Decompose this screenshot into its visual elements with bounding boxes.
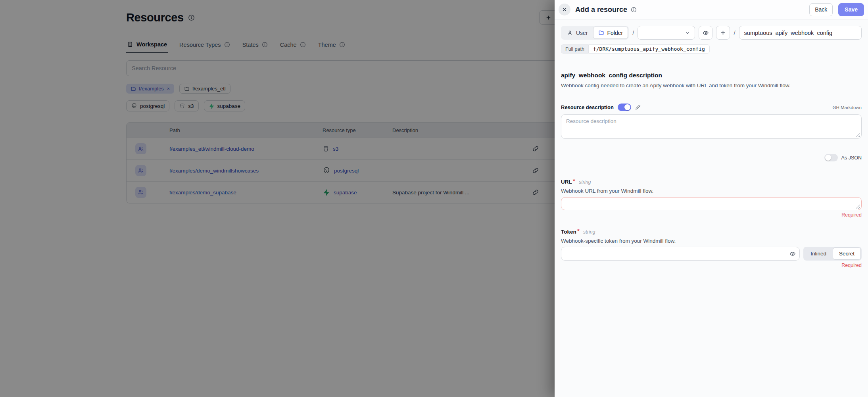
- owner-kind-folder-label: Folder: [607, 30, 623, 36]
- token-input-wrap: [561, 247, 800, 261]
- full-path-display: Full path f/DRK/sumptuous_apify_webhook_…: [561, 44, 710, 54]
- edit-icon[interactable]: [635, 104, 641, 110]
- new-folder-button[interactable]: [716, 26, 730, 40]
- required-asterisk: *: [573, 178, 575, 185]
- owner-kind-user-label: User: [576, 30, 588, 36]
- token-type: string: [583, 229, 595, 235]
- schema-description: Webhook config needed to create an Apify…: [561, 82, 862, 88]
- url-input-wrap: [561, 197, 862, 210]
- token-field-group: Token * string Webhook-specific token fr…: [561, 228, 862, 268]
- person-icon: [567, 30, 573, 36]
- token-input-row: Inlined Secret: [561, 247, 862, 261]
- view-folder-button[interactable]: [699, 26, 712, 40]
- token-mode-toggle: Inlined Secret: [803, 247, 862, 261]
- token-label: Token: [561, 229, 576, 235]
- description-textarea-wrap: [561, 114, 862, 139]
- as-json-row: As JSON: [561, 154, 862, 161]
- description-toggle[interactable]: [618, 104, 631, 111]
- description-textarea[interactable]: [561, 114, 862, 139]
- url-label: URL: [561, 179, 572, 185]
- token-mode-inlined-button[interactable]: Inlined: [804, 247, 833, 260]
- as-json-label: As JSON: [841, 155, 862, 161]
- gh-markdown-hint: GH Markdown: [833, 105, 862, 110]
- drawer-title-text: Add a resource: [575, 6, 627, 14]
- close-icon[interactable]: [559, 4, 570, 15]
- token-input[interactable]: [561, 247, 800, 261]
- schema-heading: apify_webhook_config description: [561, 72, 862, 79]
- folder-select[interactable]: [638, 26, 695, 40]
- folder-icon: [598, 30, 604, 36]
- owner-kind-folder-button[interactable]: Folder: [593, 27, 628, 39]
- eye-icon: [703, 30, 709, 36]
- drawer-header: Add a resource Back Save: [555, 0, 868, 19]
- token-mode-secret-button[interactable]: Secret: [833, 247, 861, 260]
- token-label-row: Token * string: [561, 228, 862, 235]
- url-input[interactable]: [561, 197, 862, 210]
- token-required-note: Required: [561, 263, 862, 268]
- path-separator: /: [734, 29, 735, 36]
- path-separator: /: [632, 29, 634, 36]
- back-button[interactable]: Back: [809, 3, 833, 16]
- url-help-text: Webhook URL from your Windmill flow.: [561, 188, 862, 194]
- path-builder-row: User Folder / /: [561, 26, 862, 40]
- save-button[interactable]: Save: [838, 3, 864, 16]
- token-help-text: Webhook-specific token from your Windmil…: [561, 238, 862, 244]
- url-field-group: URL * string Webhook URL from your Windm…: [561, 178, 862, 218]
- url-type: string: [579, 179, 591, 185]
- description-label: Resource description: [561, 104, 614, 110]
- full-path-value: f/DRK/sumptuous_apify_webhook_config: [588, 44, 710, 54]
- owner-kind-toggle: User Folder: [561, 26, 629, 40]
- info-icon[interactable]: [631, 7, 637, 13]
- resource-name-input[interactable]: [739, 26, 862, 40]
- url-required-note: Required: [561, 212, 862, 218]
- required-asterisk: *: [577, 228, 580, 235]
- url-label-row: URL * string: [561, 178, 862, 185]
- owner-kind-user-button[interactable]: User: [562, 27, 593, 39]
- as-json-toggle[interactable]: [824, 154, 838, 161]
- add-resource-drawer: Add a resource Back Save User Folder /: [555, 0, 868, 397]
- drawer-body: User Folder / / Full path f/DRK/sumptuou…: [555, 19, 868, 274]
- chevron-down-icon: [685, 30, 690, 36]
- full-path-label: Full path: [561, 44, 588, 54]
- description-label-row: Resource description GH Markdown: [561, 104, 862, 111]
- drawer-title: Add a resource: [575, 6, 637, 14]
- plus-icon: [720, 30, 726, 36]
- eye-icon[interactable]: [789, 251, 796, 257]
